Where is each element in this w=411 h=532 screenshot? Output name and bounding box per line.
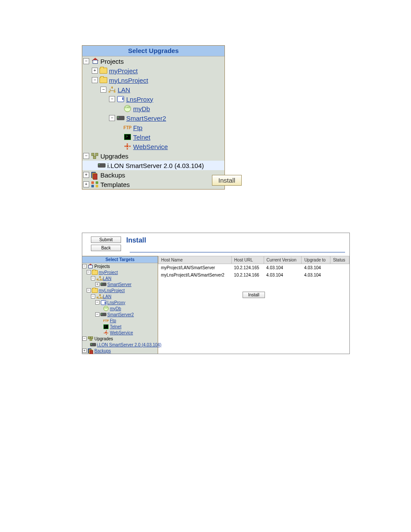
tree-label[interactable]: myDb [133, 105, 150, 112]
tree-row-mylnsproject[interactable]: − myLnsProject [82, 75, 224, 85]
submit-button[interactable]: Submit [91, 236, 121, 243]
table-header-row: Host Name Host URL Current Version Upgra… [159, 256, 349, 264]
tree-row-webservice[interactable]: WebService [82, 330, 158, 336]
tree-row-myproject[interactable]: − myProject [82, 269, 158, 275]
cell-status [330, 264, 349, 272]
tree-label: Templates [100, 181, 130, 188]
tree-label[interactable]: Ftp [110, 318, 116, 323]
tree-row-mydb[interactable]: myDb [82, 104, 224, 113]
col-hostname[interactable]: Host Name [159, 256, 232, 264]
tree-row-backups[interactable]: + Backups [82, 170, 224, 180]
col-hosturl[interactable]: Host URL [231, 256, 264, 264]
tree-row-ftp[interactable]: FTP Ftp [82, 123, 224, 132]
tree-row-smartserver2[interactable]: − SmartServer2 [82, 113, 224, 123]
tree-row-backups[interactable]: + Backups [82, 348, 158, 354]
ftp-icon: FTP [103, 318, 109, 323]
tree-row-mydb[interactable]: myDb [82, 305, 158, 311]
tree-label[interactable]: LAN [118, 86, 130, 93]
tree-label[interactable]: myDb [110, 306, 121, 311]
collapse-icon[interactable]: − [83, 58, 89, 64]
tree-label[interactable]: LAN [103, 294, 111, 299]
tree-label[interactable]: i.LON SmartServer 2.0 (4.03.104) [97, 342, 162, 347]
server-icon [100, 300, 106, 305]
tree-row-smartserver2[interactable]: − SmartServer2 [82, 311, 158, 317]
collapse-icon[interactable]: − [92, 77, 98, 83]
panel-header: Select Upgrades [82, 46, 224, 56]
collapse-icon[interactable]: − [109, 96, 115, 102]
webservice-icon [124, 143, 131, 150]
tree-row-ilon[interactable]: i.LON SmartServer 2.0 (4.03.104) [82, 161, 224, 170]
tree-label[interactable]: myLnsProject [99, 288, 125, 293]
tree-label[interactable]: SmartServer2 [126, 115, 166, 122]
collapse-icon[interactable]: − [95, 312, 100, 317]
tree-row-webservice[interactable]: WebService [82, 142, 224, 151]
tree-row-upgrades[interactable]: − Upgrades [82, 151, 224, 161]
tree-label[interactable]: WebService [133, 143, 168, 150]
collapse-icon[interactable]: − [91, 276, 95, 280]
collapse-icon[interactable]: − [95, 300, 100, 305]
install-button[interactable]: Install [212, 175, 242, 186]
collapse-icon[interactable]: − [109, 115, 115, 121]
tree-label[interactable]: LnsProxy [107, 300, 125, 305]
tree-label[interactable]: Telnet [133, 134, 150, 141]
cell-hostname: myLnsProject/LAN/SmartServer2 [159, 271, 232, 279]
collapse-icon[interactable]: − [82, 336, 87, 341]
tree-row-telnet[interactable]: Telnet [82, 324, 158, 330]
tree-label[interactable]: Telnet [110, 324, 121, 329]
tree-label: Upgrades [94, 336, 113, 341]
tree-row-ftp[interactable]: FTP Ftp [82, 317, 158, 324]
tree-row-smartserver[interactable]: + SmartServer [82, 281, 158, 287]
cell-upgradeto: 4.03.104 [302, 271, 330, 279]
table-row[interactable]: myLnsProject/LAN/SmartServer2 10.2.124.1… [159, 271, 349, 279]
install-button[interactable]: Install [243, 292, 265, 298]
projects-icon [91, 58, 99, 65]
collapse-icon[interactable]: − [100, 87, 106, 93]
col-upgradeto[interactable]: Upgrade to [302, 256, 330, 264]
tree-row-templates[interactable]: + Templates [82, 180, 224, 189]
tree-row-upgrades[interactable]: − Upgrades [82, 336, 158, 342]
back-button[interactable]: Back [91, 245, 121, 251]
tree-label[interactable]: Backups [94, 348, 111, 353]
expand-icon[interactable]: + [92, 68, 98, 74]
expand-icon[interactable]: + [83, 172, 89, 178]
tree-label: Projects [94, 264, 110, 269]
tree-row-lnsproxy[interactable]: − LnsProxy [82, 94, 224, 104]
table-row[interactable]: myProject/LAN/SmartServer 10.2.124.165 4… [159, 264, 349, 272]
collapse-icon[interactable]: − [87, 270, 91, 274]
tree-row-ilon[interactable]: i.LON SmartServer 2.0 (4.03.104) [82, 342, 158, 348]
tree-label[interactable]: myLnsProject [109, 77, 148, 84]
targets-table: Host Name Host URL Current Version Upgra… [158, 256, 349, 279]
tree-row-telnet[interactable]: Telnet [82, 132, 224, 142]
cell-hosturl: 10.2.124.165 [231, 264, 264, 272]
tree-label[interactable]: myProject [99, 270, 118, 275]
tree-label[interactable]: myProject [109, 67, 138, 75]
folder-icon [92, 270, 98, 275]
tree-label[interactable]: Ftp [133, 124, 143, 131]
targets-tree: − Projects − myProject − LAN [82, 263, 158, 354]
tree-row-lan[interactable]: − LAN [82, 275, 158, 281]
device-icon [90, 342, 96, 347]
tree-row-lan2[interactable]: − LAN [82, 293, 158, 299]
tree-row-projects[interactable]: − Projects [82, 56, 224, 66]
tree-row-projects[interactable]: − Projects [82, 263, 158, 269]
expand-icon[interactable]: + [83, 181, 89, 187]
tree-label: Upgrades [100, 152, 128, 160]
expand-icon[interactable]: + [95, 282, 100, 286]
expand-icon[interactable]: + [82, 348, 87, 353]
tree-label[interactable]: SmartServer2 [107, 312, 134, 317]
tree-label[interactable]: WebService [110, 330, 133, 335]
collapse-icon[interactable]: − [91, 294, 95, 299]
tree-label[interactable]: SmartServer [107, 282, 131, 287]
collapse-icon[interactable]: − [82, 264, 87, 268]
col-status[interactable]: Status [330, 256, 349, 264]
tree-label[interactable]: LAN [103, 276, 111, 281]
col-current[interactable]: Current Version [264, 256, 302, 264]
tree-row-lan[interactable]: − LAN [82, 85, 224, 94]
tree-row-myproject[interactable]: + myProject [82, 66, 224, 75]
collapse-icon[interactable]: − [87, 288, 91, 292]
targets-table-pane: Host Name Host URL Current Version Upgra… [158, 256, 349, 354]
collapse-icon[interactable]: − [83, 153, 89, 159]
tree-row-mylnsproject[interactable]: − myLnsProject [82, 287, 158, 293]
tree-row-lnsproxy[interactable]: − LnsProxy [82, 299, 158, 305]
tree-label[interactable]: LnsProxy [126, 96, 153, 103]
